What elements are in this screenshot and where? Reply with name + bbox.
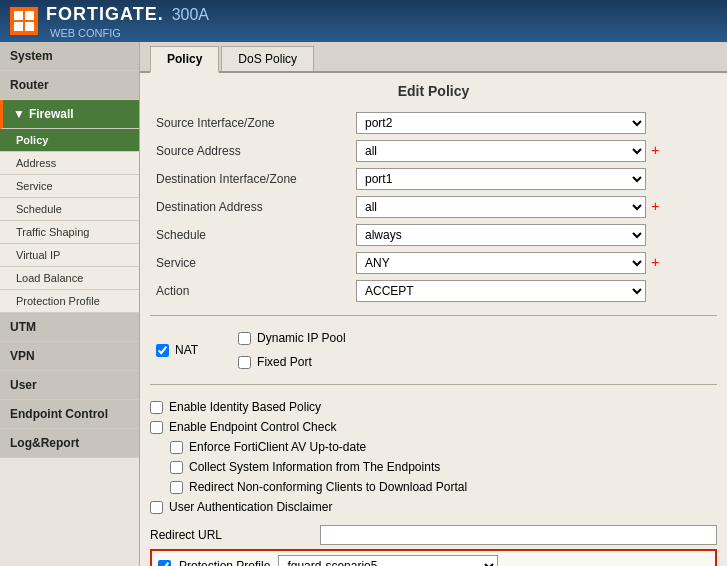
policy-form: Source Interface/Zone port2 port1 Source… <box>150 109 717 305</box>
sidebar-item-load-balance[interactable]: Load Balance <box>0 267 139 290</box>
sidebar-item-endpoint[interactable]: Endpoint Control <box>0 400 139 429</box>
source-address-control: all + <box>350 137 717 165</box>
source-address-label: Source Address <box>150 137 350 165</box>
collect-row: Collect System Information from The Endp… <box>150 457 717 477</box>
sidebar-item-log-report[interactable]: Log&Report <box>0 429 139 458</box>
fixed-port-checkbox[interactable] <box>238 356 251 369</box>
dest-interface-label: Destination Interface/Zone <box>150 165 350 193</box>
sidebar-item-service[interactable]: Service <box>0 175 139 198</box>
sidebar-item-firewall[interactable]: ▼ Firewall <box>0 100 139 129</box>
logo-text: FORTIGATE. <box>46 4 164 25</box>
source-interface-control: port2 port1 <box>350 109 717 137</box>
sidebar-item-label: Schedule <box>16 203 62 215</box>
collect-checkbox[interactable] <box>170 461 183 474</box>
sidebar-item-label: System <box>10 49 53 63</box>
forticlient-checkbox[interactable] <box>170 441 183 454</box>
sidebar-item-label: Router <box>10 78 49 92</box>
sidebar-item-label: Protection Profile <box>16 295 100 307</box>
header: FORTIGATE. 300A WEB CONFIG <box>0 0 727 42</box>
redirect-url-row: Redirect URL <box>150 525 717 545</box>
tab-bar: Policy DoS Policy <box>140 42 727 73</box>
endpoint-row: Enable Endpoint Control Check <box>150 417 717 437</box>
sidebar-item-virtual-ip[interactable]: Virtual IP <box>0 244 139 267</box>
dest-interface-control: port1 port2 <box>350 165 717 193</box>
nat-label: NAT <box>175 343 198 357</box>
logo: FORTIGATE. 300A WEB CONFIG <box>10 4 209 39</box>
action-row: Action ACCEPT DENY <box>150 277 717 305</box>
dest-address-select[interactable]: all <box>356 196 646 218</box>
ip-pool-options: Dynamic IP Pool Fixed Port <box>238 328 345 372</box>
user-auth-checkbox[interactable] <box>150 501 163 514</box>
redirect-url-input[interactable] <box>320 525 717 545</box>
identity-checkbox[interactable] <box>150 401 163 414</box>
schedule-row: Schedule always <box>150 221 717 249</box>
source-interface-select[interactable]: port2 port1 <box>356 112 646 134</box>
identity-label: Enable Identity Based Policy <box>169 400 321 414</box>
schedule-control: always <box>350 221 717 249</box>
sidebar-item-schedule[interactable]: Schedule <box>0 198 139 221</box>
dest-address-add-icon[interactable]: + <box>651 198 659 214</box>
source-address-row: Source Address all + <box>150 137 717 165</box>
nat-options: NAT Dynamic IP Pool Fixed Port <box>150 324 717 376</box>
sidebar-item-label: Address <box>16 157 56 169</box>
redirect-url-label: Redirect URL <box>150 528 310 542</box>
source-interface-row: Source Interface/Zone port2 port1 <box>150 109 717 137</box>
redirect-nc-row: Redirect Non-conforming Clients to Downl… <box>150 477 717 497</box>
sidebar-item-router[interactable]: Router <box>0 71 139 100</box>
sidebar-item-label: UTM <box>10 320 36 334</box>
sidebar-item-label: Log&Report <box>10 436 79 450</box>
tab-dos-policy[interactable]: DoS Policy <box>221 46 314 71</box>
sidebar: System Router ▼ Firewall Policy Address … <box>0 42 140 566</box>
dest-address-control: all + <box>350 193 717 221</box>
nat-checkbox[interactable] <box>156 344 169 357</box>
redirect-nc-checkbox[interactable] <box>170 481 183 494</box>
dest-interface-select[interactable]: port1 port2 <box>356 168 646 190</box>
fixed-port-label: Fixed Port <box>257 355 312 369</box>
dest-interface-row: Destination Interface/Zone port1 port2 <box>150 165 717 193</box>
sidebar-item-traffic-shaping[interactable]: Traffic Shaping <box>0 221 139 244</box>
sidebar-item-label: User <box>10 378 37 392</box>
sidebar-item-protection-profile[interactable]: Protection Profile <box>0 290 139 313</box>
source-address-add-icon[interactable]: + <box>651 142 659 158</box>
source-interface-label: Source Interface/Zone <box>150 109 350 137</box>
user-auth-label: User Authentication Disclaimer <box>169 500 332 514</box>
service-control: ANY + <box>350 249 717 277</box>
dynamic-ip-row: Dynamic IP Pool <box>238 328 345 348</box>
nat-row: NAT <box>156 328 198 372</box>
sidebar-item-label: Firewall <box>29 107 74 121</box>
chevron-down-icon: ▼ <box>13 107 25 121</box>
forticlient-row: Enforce FortiClient AV Up-to-date <box>150 437 717 457</box>
redirect-nc-label: Redirect Non-conforming Clients to Downl… <box>189 480 467 494</box>
dynamic-ip-checkbox[interactable] <box>238 332 251 345</box>
protection-profile-label: Protection Profile <box>179 559 270 566</box>
service-add-icon[interactable]: + <box>651 254 659 270</box>
source-address-select[interactable]: all <box>356 140 646 162</box>
user-auth-row: User Authentication Disclaimer <box>150 497 717 517</box>
fixed-port-row: Fixed Port <box>238 352 345 372</box>
schedule-select[interactable]: always <box>356 224 646 246</box>
dynamic-ip-label: Dynamic IP Pool <box>257 331 345 345</box>
main-content: Policy DoS Policy Edit Policy Source Int… <box>140 42 727 566</box>
sidebar-item-vpn[interactable]: VPN <box>0 342 139 371</box>
divider-1 <box>150 315 717 316</box>
sidebar-item-system[interactable]: System <box>0 42 139 71</box>
sidebar-item-policy[interactable]: Policy <box>0 129 139 152</box>
sidebar-item-address[interactable]: Address <box>0 152 139 175</box>
service-row: Service ANY + <box>150 249 717 277</box>
sidebar-item-utm[interactable]: UTM <box>0 313 139 342</box>
tab-policy[interactable]: Policy <box>150 46 219 73</box>
service-select[interactable]: ANY <box>356 252 646 274</box>
logo-icon <box>10 7 38 35</box>
endpoint-checkbox[interactable] <box>150 421 163 434</box>
panel-title: Edit Policy <box>150 83 717 99</box>
action-select[interactable]: ACCEPT DENY <box>356 280 646 302</box>
sidebar-item-label: Traffic Shaping <box>16 226 89 238</box>
sidebar-item-label: Virtual IP <box>16 249 60 261</box>
sidebar-item-label: Load Balance <box>16 272 83 284</box>
protection-profile-checkbox[interactable] <box>158 560 171 567</box>
sidebar-item-user[interactable]: User <box>0 371 139 400</box>
protection-profile-select[interactable]: fguard-scenario5 default none <box>278 555 498 566</box>
endpoint-label: Enable Endpoint Control Check <box>169 420 336 434</box>
collect-label: Collect System Information from The Endp… <box>189 460 440 474</box>
sidebar-item-label: Policy <box>16 134 48 146</box>
